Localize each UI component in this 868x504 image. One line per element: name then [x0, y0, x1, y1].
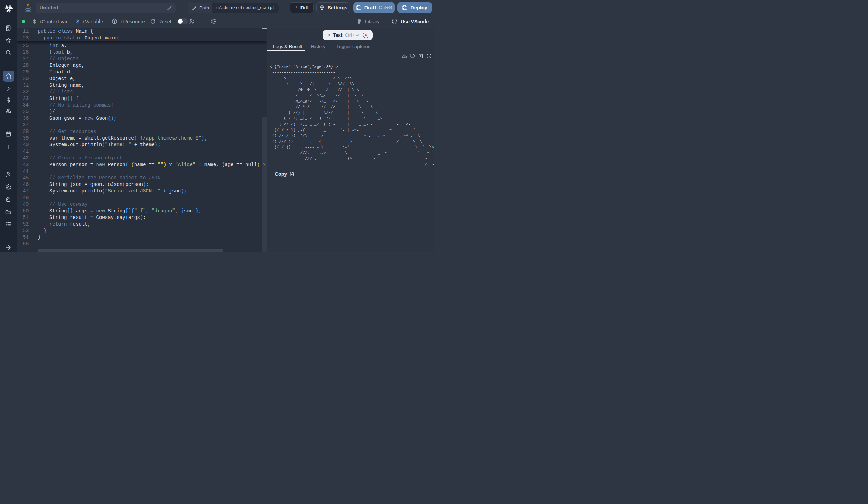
- svg-text:Java: Java: [25, 10, 31, 13]
